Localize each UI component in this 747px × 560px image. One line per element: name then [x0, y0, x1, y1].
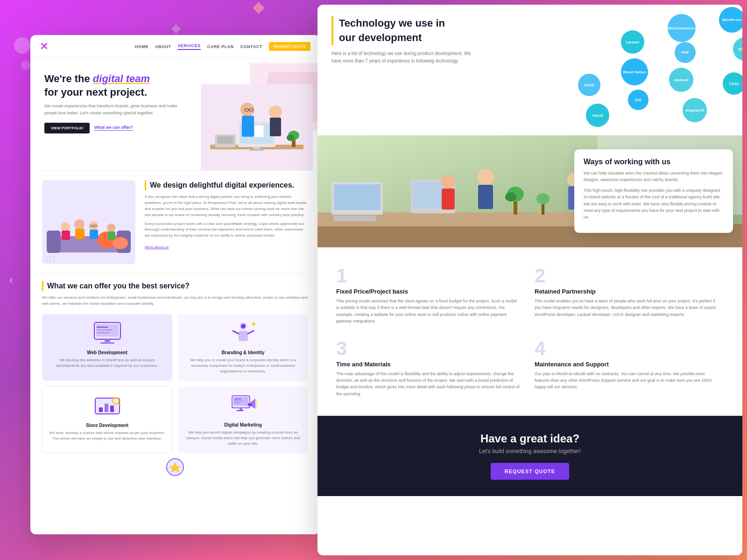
nav-links: HOME ABOUT SERVICES CARE PLAN CONTACT RE…	[135, 42, 310, 51]
svg-point-51	[241, 324, 246, 329]
hero-section: We're the digital team for your next pro…	[30, 58, 320, 170]
svg-point-40	[46, 259, 48, 261]
hero-highlight: digital team	[93, 73, 150, 84]
bubble-php: PHP	[675, 42, 696, 63]
svg-rect-83	[478, 185, 493, 209]
svg-point-37	[46, 256, 48, 258]
tech-bubbles-container: WooCommerce WordPress HTML5 Laravel PHP …	[467, 5, 733, 135]
pricing-num-4: 4	[535, 339, 719, 358]
svg-rect-85	[442, 189, 455, 210]
svg-rect-81	[334, 216, 376, 221]
service-title-marketing: Digital Marketing	[184, 422, 302, 427]
hero-description: We create experiences that transform bra…	[44, 103, 180, 116]
bubble-ios: iOS	[628, 90, 648, 110]
svg-rect-44	[96, 324, 119, 336]
service-card-web: Web Development We develop the websites …	[42, 314, 172, 381]
more-about-link[interactable]: More about us	[145, 245, 169, 249]
services-section: What we can offer you the best service? …	[30, 274, 320, 488]
nav-about[interactable]: ABOUT	[155, 44, 171, 49]
bubble-html5: HTML5	[733, 37, 742, 61]
pricing-num-3: 3	[336, 339, 521, 358]
svg-rect-48	[105, 339, 110, 342]
svg-point-41	[49, 259, 51, 261]
request-quote-button-nav[interactable]: REQUEST QUOTE	[269, 42, 310, 51]
nav-home[interactable]: HOME	[135, 44, 148, 49]
navbar: ✕ HOME ABOUT SERVICES CARE PLAN CONTACT …	[30, 35, 320, 58]
service-desc-branding: We help you to create your brand & corpo…	[184, 357, 302, 374]
deco-circle-3	[21, 61, 30, 70]
pricing-item-3: 3 Time and Materials The main advantage …	[331, 332, 530, 405]
svg-rect-7	[250, 149, 264, 151]
pricing-title-4: Maintenance and Support	[535, 361, 719, 368]
svg-point-90	[536, 193, 550, 204]
service-card-store: Store Development We here, develop a cus…	[42, 386, 172, 453]
nav-careplan[interactable]: CARE PLAN	[207, 44, 234, 49]
nav-services[interactable]: SERVICES	[177, 43, 200, 50]
pricing-desc-2: This model enables you to have a team of…	[535, 298, 719, 318]
logo[interactable]: ✕	[40, 41, 48, 53]
services-grid: Web Development We develop the websites …	[42, 314, 308, 453]
cta-subtext: Let's build something awesome together!	[331, 448, 728, 455]
pricing-title-1: Fixed Price/Project basis	[336, 288, 521, 295]
tech-section: Technology we use in our development Her…	[317, 5, 742, 135]
svg-rect-63	[233, 397, 248, 406]
about-para2: Every successful project starts with a c…	[145, 221, 308, 239]
svg-rect-59	[110, 406, 114, 412]
cta-section: Have a great idea? Let's build something…	[317, 416, 742, 496]
nav-contact[interactable]: CONTACT	[240, 44, 262, 49]
service-icon-web	[49, 321, 166, 346]
bubble-sass: SASS	[578, 74, 600, 96]
service-desc-marketing: We help you launch digital campaigns by …	[184, 430, 302, 447]
service-card-branding: ★ Branding & Identity We help you to cre…	[178, 314, 308, 381]
svg-rect-9	[270, 118, 281, 136]
bubble-woocommerce: WooCommerce	[668, 14, 696, 42]
svg-rect-36	[108, 231, 115, 240]
about-para1: If you recognize the value that a strong…	[145, 194, 308, 218]
pricing-num-1: 1	[336, 266, 521, 286]
pricing-title-3: Time and Materials	[336, 361, 521, 368]
pricing-section: 1 Fixed Price/Project basis This pricing…	[317, 247, 742, 416]
svg-point-29	[74, 219, 85, 230]
svg-point-82	[477, 169, 494, 186]
service-icon-branding: ★	[184, 321, 302, 346]
svg-point-39	[53, 256, 55, 258]
svg-rect-17	[217, 136, 233, 144]
service-icon-marketing	[184, 393, 302, 419]
service-card-marketing: Digital Marketing We help you launch dig…	[178, 386, 308, 453]
svg-rect-30	[75, 229, 85, 239]
ways-para1: We can help visualise even the craziest …	[584, 170, 724, 183]
svg-rect-57	[99, 407, 103, 412]
svg-point-88	[505, 192, 516, 202]
svg-point-8	[269, 105, 282, 119]
service-desc-web: We develop the websites in WordPress as …	[49, 357, 166, 369]
svg-point-20	[287, 134, 294, 141]
hero-image	[201, 84, 313, 170]
bubble-react: React Native	[621, 58, 648, 85]
what-we-offer-link[interactable]: What we can offer?	[94, 125, 133, 131]
svg-rect-78	[334, 184, 381, 210]
svg-point-42	[53, 259, 55, 261]
bubble-android: Android	[669, 68, 693, 92]
ways-section: Ways of working with us We can help visu…	[317, 135, 742, 247]
service-desc-store: We here, develop a custom web stores req…	[49, 430, 165, 441]
cta-heading: Have a great idea?	[331, 432, 728, 445]
about-text: We design delightful digital experiences…	[145, 180, 308, 250]
view-portfolio-button[interactable]: VIEW PORTFOLIO	[44, 123, 90, 133]
svg-line-53	[233, 331, 239, 334]
pricing-desc-1: This pricing model assumes that the clie…	[336, 298, 521, 325]
svg-rect-70	[248, 403, 252, 406]
svg-point-27	[61, 222, 70, 231]
deco-diamond-3	[171, 24, 181, 34]
svg-point-10	[240, 103, 254, 117]
cta-request-quote-button[interactable]: REQUEST QUOTE	[491, 463, 569, 480]
services-intro-text: We offer our services and solutions for …	[42, 295, 308, 307]
hero-buttons: VIEW PORTFOLIO What we can offer?	[44, 123, 180, 133]
services-heading: What we can offer you the best service?	[42, 281, 308, 291]
about-section: We design delightful digital experiences…	[30, 171, 320, 273]
svg-rect-32	[90, 230, 98, 239]
prev-arrow[interactable]: ‹	[9, 273, 13, 287]
service-title-store: Store Development	[49, 423, 165, 428]
svg-rect-67	[240, 408, 242, 410]
svg-rect-52	[239, 331, 248, 341]
left-panel: ✕ HOME ABOUT SERVICES CARE PLAN CONTACT …	[30, 35, 320, 534]
